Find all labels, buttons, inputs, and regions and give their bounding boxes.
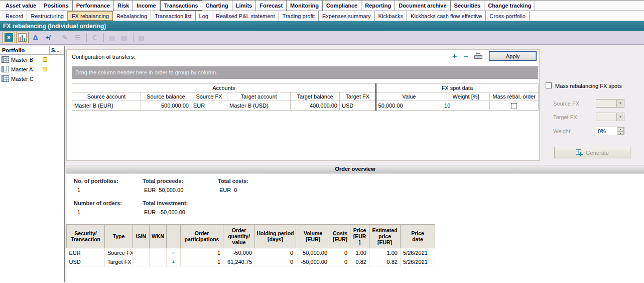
transfer-row[interactable]: Master B (EUR) 500,000.00 EUR Master B (…	[72, 101, 539, 111]
tab-charting[interactable]: Charting	[202, 1, 232, 11]
expand-panel-button[interactable]: »	[3, 32, 15, 43]
weight-input[interactable]	[596, 127, 616, 135]
add-info-button[interactable]: +i	[42, 32, 54, 43]
tab-income[interactable]: Income	[133, 1, 160, 11]
col-target-account[interactable]: Target account	[227, 92, 291, 101]
col-target-balance[interactable]: Target balance	[291, 92, 340, 101]
mass-rebal-order-checkbox[interactable]	[511, 103, 517, 109]
subtab-fx-rebalancing[interactable]: FX rebalancing	[68, 11, 113, 21]
tab-forecast[interactable]: Forecast	[256, 1, 287, 11]
table-icon: ▦	[108, 34, 115, 42]
toolbar-separator	[57, 33, 57, 42]
tab-performance[interactable]: Performance	[73, 1, 114, 11]
number-of-orders-label: Number of orders:	[74, 200, 122, 206]
subtab-kickbacks-cash-flow[interactable]: Kickbacks cash flow effective	[407, 11, 486, 21]
col-estimated-price[interactable]: Estimated price [EUR]	[369, 225, 401, 248]
subtab-transaction-list[interactable]: Transaction list	[151, 11, 196, 21]
wkn-cell	[150, 248, 167, 257]
col-isin[interactable]: ISIN	[133, 225, 150, 248]
main-tab-bar: Asset value Positions Performance Risk I…	[0, 1, 644, 11]
col-price[interactable]: Price [EUR ]	[350, 225, 369, 248]
col-holding-period[interactable]: Holding period [days]	[255, 225, 296, 248]
col-sign[interactable]	[167, 225, 181, 248]
group-by-drop-zone[interactable]: Drag the column header here in order to …	[72, 66, 538, 79]
tab-reporting[interactable]: Reporting	[361, 1, 395, 11]
tab-risk[interactable]: Risk	[114, 1, 133, 11]
list-icon: ☰	[74, 34, 81, 42]
tab-asset-value[interactable]: Asset value	[2, 1, 40, 11]
euro-valuation-button[interactable]: €	[89, 32, 100, 43]
portfolio-icon	[2, 66, 9, 72]
target-account-cell: Master B (USD)	[227, 101, 291, 111]
source-fx-select[interactable]: ▼	[596, 99, 624, 108]
tab-transactions[interactable]: Transactions	[160, 1, 202, 11]
status-column-header[interactable]: S...	[50, 47, 64, 53]
col-price-date[interactable]: Price date	[401, 225, 435, 248]
target-fx-label: Target FX:	[553, 114, 579, 120]
subtab-expenses-summary[interactable]: Expenses summary	[319, 11, 375, 21]
remove-transfer-icon[interactable]: −	[463, 52, 468, 61]
print-icon[interactable]	[474, 53, 482, 59]
generate-button[interactable]: Generate	[554, 147, 630, 158]
add-transfer-icon[interactable]: +	[452, 52, 457, 61]
col-wkn[interactable]: WKN	[150, 225, 167, 248]
source-balance-cell: 500,000.00	[141, 101, 191, 111]
tab-document-archive[interactable]: Document archive	[395, 1, 450, 11]
price-date-cell: 5/26/2021	[401, 257, 435, 266]
subtab-rebalancing[interactable]: Rebalancing	[113, 11, 151, 21]
col-mass-rebal-order[interactable]: Mass rebal. order	[490, 92, 539, 101]
order-row-source-fx[interactable]: EUR Source FX − 1 -50,000 0 50,000.00 0 …	[67, 248, 435, 257]
delta-compare-button[interactable]: Δ	[30, 32, 41, 43]
tab-monitoring[interactable]: Monitoring	[287, 1, 323, 11]
order-row-target-fx[interactable]: USD Target FX + 1 61,240.75 0 -50,000.00…	[67, 257, 435, 266]
col-source-balance[interactable]: Source balance	[141, 92, 191, 101]
subtab-kickbacks[interactable]: Kickbacks	[375, 11, 408, 21]
subtab-realised-pl[interactable]: Realised P&L statement	[212, 11, 279, 21]
report-new-button[interactable]: ▧	[136, 32, 147, 43]
subtab-restructuring[interactable]: Restructuring	[27, 11, 67, 21]
no-of-portfolios-value: 1	[77, 187, 80, 193]
portfolio-column-header[interactable]: Portfolio	[0, 46, 50, 54]
main-area: Configuration of transfers: + − Apply Dr…	[65, 46, 644, 282]
pen-icon: ✎	[62, 34, 68, 42]
col-security-transaction[interactable]: Security/ Transaction	[67, 225, 105, 248]
tab-compliance[interactable]: Compliance	[323, 1, 361, 11]
col-source-account[interactable]: Source account	[72, 92, 141, 101]
report-table-2-button[interactable]: ▦	[118, 32, 130, 43]
tab-positions[interactable]: Positions	[40, 1, 73, 11]
col-volume[interactable]: Volume [EUR]	[296, 225, 330, 248]
tab-change-tracking[interactable]: Change tracking	[484, 1, 535, 11]
tab-securities[interactable]: Securities	[451, 1, 485, 11]
mass-rebalancing-checkbox[interactable]	[546, 82, 552, 88]
spin-up-icon[interactable]: ▲	[617, 127, 624, 131]
col-weight[interactable]: Weight [%]	[442, 92, 490, 101]
portfolio-item-master-a[interactable]: Master A	[0, 64, 64, 74]
report-table-button[interactable]: ▦	[106, 32, 117, 43]
subtab-log[interactable]: Log	[196, 11, 212, 21]
col-order-participations[interactable]: Order participations	[181, 225, 223, 248]
col-source-fx[interactable]: Source FX	[191, 92, 227, 101]
portfolio-panel: Portfolio S... Master B	[0, 46, 65, 282]
chart-view-button[interactable]	[16, 32, 29, 43]
tab-limits[interactable]: Limits	[232, 1, 256, 11]
list-view-button[interactable]: ☰	[72, 32, 83, 43]
apply-button[interactable]: Apply	[489, 51, 537, 61]
spin-down-icon[interactable]: ▼	[617, 131, 624, 135]
edit-button[interactable]: ✎	[59, 32, 71, 43]
col-costs[interactable]: Costs [EUR]	[330, 225, 350, 248]
target-fx-select[interactable]: ▼	[596, 113, 624, 121]
quantity-cell: -50,000	[223, 248, 255, 257]
estimated-price-cell: 1.00	[369, 248, 401, 257]
transfer-column-header-row: Source account Source balance Source FX …	[72, 92, 539, 101]
subtab-cross-portfolio[interactable]: Cross-portfolio	[486, 11, 530, 21]
col-target-fx[interactable]: Target FX	[340, 92, 376, 101]
portfolio-item-master-c[interactable]: Master C	[0, 74, 64, 83]
col-order-quantity-value[interactable]: Order quantity/ value	[223, 225, 255, 248]
portfolio-item-master-b[interactable]: Master B	[0, 55, 64, 64]
subtab-trading-profit[interactable]: Trading profit	[279, 11, 319, 21]
subtab-record[interactable]: Record	[2, 11, 27, 21]
weight-spinner: ▲ ▼	[617, 127, 624, 135]
target-balance-cell: 400,000.00	[291, 101, 340, 111]
col-value[interactable]: Value	[376, 92, 442, 101]
col-type[interactable]: Type	[105, 225, 133, 248]
